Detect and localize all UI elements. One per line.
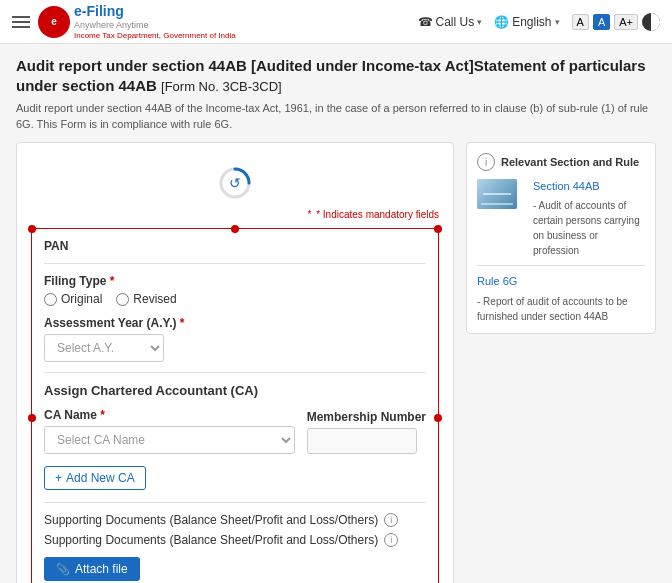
mandatory-note: * * Indicates mandatory fields xyxy=(31,209,439,220)
page-title: Audit report under section 44AB [Audited… xyxy=(16,56,656,95)
filing-revised-radio[interactable] xyxy=(116,293,129,306)
filing-type-radio-group: Original Revised xyxy=(44,292,426,306)
divider-3 xyxy=(44,502,426,503)
membership-number-input[interactable] xyxy=(307,428,417,454)
rule-desc: - Report of audit of accounts to be furn… xyxy=(477,296,628,322)
page-content: Audit report under section 44AB [Audited… xyxy=(0,44,672,583)
language-nav[interactable]: 🌐 English ▾ xyxy=(494,15,559,29)
sidebar-divider xyxy=(477,265,645,266)
ca-name-field: CA Name * Select CA Name xyxy=(44,408,295,454)
font-small-button[interactable]: A xyxy=(572,14,589,30)
font-medium-button[interactable]: A xyxy=(593,14,610,30)
info-card-header: i Relevant Section and Rule xyxy=(477,153,645,171)
section-info-text: Section 44AB - Audit of accounts of cert… xyxy=(533,179,645,257)
filing-original-radio[interactable] xyxy=(44,293,57,306)
right-sidebar: i Relevant Section and Rule Section 44AB… xyxy=(466,142,656,583)
corner-dot-tr xyxy=(434,225,442,233)
nav-left: e e-Filing Anywhere Anytime Income Tax D… xyxy=(12,3,236,40)
filing-revised-label[interactable]: Revised xyxy=(116,292,176,306)
nav-right: ☎ Call Us ▾ 🌐 English ▾ A A A+ xyxy=(418,13,660,31)
info-circle-icon: i xyxy=(477,153,495,171)
accessibility-controls: A A A+ xyxy=(572,13,660,31)
logo-icon: e xyxy=(38,6,70,38)
section-info-block: Section 44AB - Audit of accounts of cert… xyxy=(477,179,645,257)
section-desc: - Audit of accounts of certain persons c… xyxy=(533,200,640,256)
form-area: ↺ * * Indicates mandatory fields PAN xyxy=(16,142,454,583)
corner-dot-tl xyxy=(28,225,36,233)
info-thumbnail xyxy=(477,179,517,209)
assessment-year-select[interactable]: Select A.Y. 2023-24 2024-25 xyxy=(44,334,164,362)
corner-dot-tm xyxy=(231,225,239,233)
info-card-title: Relevant Section and Rule xyxy=(501,156,639,168)
doc1-label: Supporting Documents (Balance Sheet/Prof… xyxy=(44,513,378,527)
plus-icon: + xyxy=(55,471,62,485)
membership-label: Membership Number xyxy=(307,410,426,424)
dept-name: Income Tax Department, Government of Ind… xyxy=(74,31,236,41)
rule-info-block: Rule 6G - Report of audit of accounts to… xyxy=(477,274,645,322)
spinner-area: ↺ xyxy=(31,157,439,209)
section-link[interactable]: Section 44AB xyxy=(533,179,645,193)
attach-file-button[interactable]: 📎 Attach file xyxy=(44,557,140,581)
call-us-label: Call Us xyxy=(436,15,475,29)
chevron-down-icon: ▾ xyxy=(477,17,482,27)
chevron-down-icon: ▾ xyxy=(555,17,560,27)
filing-original-label[interactable]: Original xyxy=(44,292,102,306)
doc1-info-icon[interactable]: i xyxy=(384,513,398,527)
ca-row: CA Name * Select CA Name Membership Numb… xyxy=(44,408,426,454)
hamburger-menu[interactable] xyxy=(12,16,30,28)
filing-type-label: Filing Type * xyxy=(44,274,426,288)
mandatory-text: * Indicates mandatory fields xyxy=(316,209,439,220)
corner-dot-ml xyxy=(28,414,36,422)
doc2-row: Supporting Documents (Balance Sheet/Prof… xyxy=(44,533,426,547)
top-navigation: e e-Filing Anywhere Anytime Income Tax D… xyxy=(0,0,672,44)
info-card: i Relevant Section and Rule Section 44AB… xyxy=(466,142,656,334)
assessment-year-label: Assessment Year (A.Y.) * xyxy=(44,316,426,330)
page-description: Audit report under section 44AB of the I… xyxy=(16,101,656,132)
pan-label: PAN xyxy=(44,239,426,253)
attach-file-label: Attach file xyxy=(75,562,128,576)
tagline: Anywhere Anytime xyxy=(74,20,236,31)
globe-icon: 🌐 xyxy=(494,15,509,29)
add-new-ca-button[interactable]: + Add New CA xyxy=(44,466,146,490)
font-large-button[interactable]: A+ xyxy=(614,14,638,30)
filing-type-group: Filing Type * Original Revised xyxy=(44,274,426,306)
divider-1 xyxy=(44,263,426,264)
efiling-brand: e-Filing xyxy=(74,3,236,20)
form-selection-box: PAN Filing Type * Original xyxy=(31,228,439,583)
divider-2 xyxy=(44,372,426,373)
main-layout: ↺ * * Indicates mandatory fields PAN xyxy=(16,142,656,583)
pan-field: PAN xyxy=(44,239,426,253)
language-label: English xyxy=(512,15,551,29)
asterisk: * xyxy=(307,209,311,220)
ca-name-label: CA Name * xyxy=(44,408,295,422)
membership-field: Membership Number xyxy=(307,410,426,454)
logo-area: e e-Filing Anywhere Anytime Income Tax D… xyxy=(38,3,236,40)
assessment-year-group: Assessment Year (A.Y.) * Select A.Y. 202… xyxy=(44,316,426,362)
filing-original-text: Original xyxy=(61,292,102,306)
ca-section-title: Assign Chartered Accountant (CA) xyxy=(44,383,426,398)
phone-icon: ☎ xyxy=(418,15,433,29)
add-new-ca-label: Add New CA xyxy=(66,471,135,485)
doc2-info-icon[interactable]: i xyxy=(384,533,398,547)
attach-icon: 📎 xyxy=(56,563,70,576)
logo-text: e-Filing Anywhere Anytime Income Tax Dep… xyxy=(74,3,236,40)
filing-revised-text: Revised xyxy=(133,292,176,306)
spinner-arrow: ↺ xyxy=(229,175,241,191)
contrast-toggle[interactable] xyxy=(642,13,660,31)
doc2-label: Supporting Documents (Balance Sheet/Prof… xyxy=(44,533,378,547)
call-us-nav[interactable]: ☎ Call Us ▾ xyxy=(418,15,483,29)
ca-name-select[interactable]: Select CA Name xyxy=(44,426,295,454)
doc1-row: Supporting Documents (Balance Sheet/Prof… xyxy=(44,513,426,527)
rule-link[interactable]: Rule 6G xyxy=(477,274,645,288)
corner-dot-mr xyxy=(434,414,442,422)
